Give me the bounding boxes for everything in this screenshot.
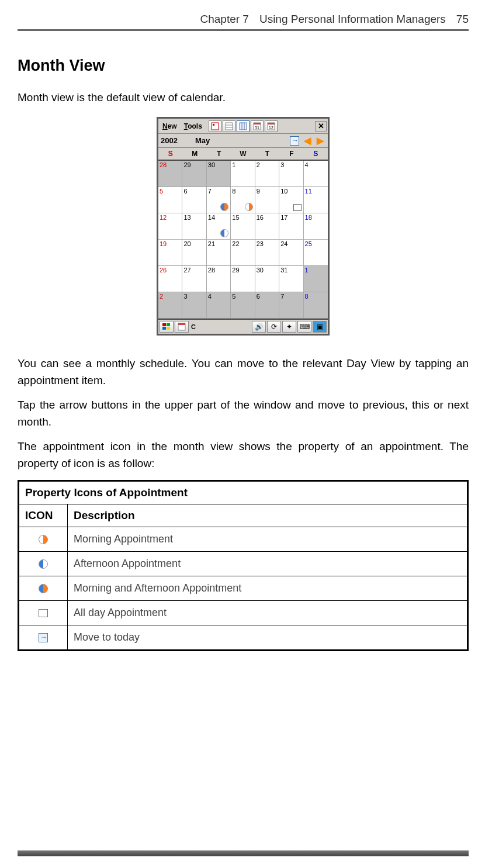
day-number: 3: [183, 293, 187, 300]
day-of-week-row: SMTWTFS: [158, 148, 328, 161]
view-day-icon[interactable]: [223, 120, 235, 132]
calendar-day-cell[interactable]: 28: [158, 161, 182, 187]
svg-rect-2: [226, 123, 233, 130]
calendar-day-cell[interactable]: 3: [182, 292, 206, 319]
taskbar-net-icon[interactable]: ✦: [282, 321, 296, 333]
calendar-day-cell[interactable]: 2: [158, 292, 182, 319]
icon-cell: [19, 576, 68, 601]
svg-rect-16: [162, 327, 166, 330]
calendar-day-cell[interactable]: 15: [231, 213, 255, 240]
allday-icon: [39, 609, 48, 617]
svg-rect-9: [254, 123, 261, 125]
calendar-day-cell[interactable]: 12: [158, 213, 182, 240]
next-month-icon[interactable]: ▶: [315, 136, 325, 146]
view-month-icon[interactable]: 31: [251, 120, 264, 132]
calendar-day-cell[interactable]: 29: [182, 161, 206, 187]
dow-header: T: [255, 148, 279, 160]
menu-tools[interactable]: Tools: [181, 121, 205, 132]
view-list-icon[interactable]: 12: [265, 120, 278, 132]
month-label[interactable]: May: [195, 136, 210, 145]
calendar-day-cell[interactable]: 7: [207, 187, 231, 213]
taskbar-keyboard-icon[interactable]: ⌨: [297, 321, 311, 333]
para-1: You can see a monthly schedule. You can …: [18, 355, 469, 389]
calendar-day-cell[interactable]: 27: [182, 266, 206, 292]
year-label[interactable]: 2002: [161, 136, 178, 145]
day-number: 25: [305, 240, 312, 247]
calendar-day-cell[interactable]: 5: [158, 187, 182, 213]
calendar-day-cell[interactable]: 2: [255, 161, 279, 187]
afternoon-icon: [39, 559, 48, 569]
calendar-day-cell[interactable]: 14: [207, 213, 231, 240]
dow-header: S: [304, 148, 328, 160]
calendar-day-cell[interactable]: 23: [255, 240, 279, 266]
day-number: 19: [160, 240, 167, 247]
day-number: 8: [232, 188, 235, 195]
both-icon: [220, 203, 228, 211]
calendar-day-cell[interactable]: 8: [231, 187, 255, 213]
calendar-day-cell[interactable]: 13: [182, 213, 206, 240]
taskbar-sound-icon[interactable]: 🔊: [252, 321, 266, 333]
desc-cell: Move to today: [68, 625, 468, 651]
morning-icon: [39, 535, 48, 544]
day-number: 7: [280, 293, 284, 300]
prev-month-icon[interactable]: ◀: [302, 136, 313, 146]
calendar-day-cell[interactable]: 7: [279, 292, 303, 319]
taskbar-calendar-icon[interactable]: [175, 321, 189, 333]
close-icon[interactable]: ✕: [315, 121, 327, 132]
svg-rect-1: [213, 124, 214, 126]
property-icons-table: Property Icons of Appointment ICON Descr…: [18, 480, 469, 651]
page-footer-bar: [18, 850, 469, 856]
view-week-icon[interactable]: [237, 120, 250, 132]
calendar-day-cell[interactable]: 29: [231, 266, 255, 292]
calendar-day-cell[interactable]: 5: [231, 292, 255, 319]
svg-text:12: 12: [269, 126, 273, 130]
col-icon-header: ICON: [19, 504, 68, 527]
calendar-day-cell[interactable]: 28: [207, 266, 231, 292]
svg-rect-17: [167, 327, 170, 330]
calendar-day-cell[interactable]: 6: [255, 292, 279, 319]
desc-cell: All day Appointment: [68, 601, 468, 625]
calendar-day-cell[interactable]: 6: [182, 187, 206, 213]
calendar-day-cell[interactable]: 4: [207, 292, 231, 319]
calendar-day-cell[interactable]: 30: [255, 266, 279, 292]
calendar-day-cell[interactable]: 4: [304, 161, 328, 187]
calendar-day-cell[interactable]: 10: [279, 187, 303, 213]
taskbar-desktop-icon[interactable]: ▣: [313, 321, 327, 333]
calendar-day-cell[interactable]: 31: [279, 266, 303, 292]
calendar-grid: 2829301234567891011121314151617181920212…: [158, 161, 328, 319]
calendar-day-cell[interactable]: 1: [304, 266, 328, 292]
calendar-day-cell[interactable]: 18: [304, 213, 328, 240]
calendar-day-cell[interactable]: 8: [304, 292, 328, 319]
desc-cell: Afternoon Appointment: [68, 552, 468, 576]
calendar-day-cell[interactable]: 25: [304, 240, 328, 266]
day-number: 21: [208, 240, 215, 247]
menu-new[interactable]: New: [160, 121, 180, 132]
calendar-day-cell[interactable]: 19: [158, 240, 182, 266]
dow-header: M: [182, 148, 206, 160]
calendar-day-cell[interactable]: 21: [207, 240, 231, 266]
goto-today-icon[interactable]: [289, 136, 300, 146]
view-agenda-icon[interactable]: [209, 120, 221, 132]
calendar-day-cell[interactable]: 9: [255, 187, 279, 213]
day-number: 30: [208, 161, 215, 168]
calendar-day-cell[interactable]: 3: [279, 161, 303, 187]
icon-cell: [19, 527, 68, 552]
calendar-day-cell[interactable]: 30: [207, 161, 231, 187]
calendar-day-cell[interactable]: 1: [231, 161, 255, 187]
day-number: 6: [257, 293, 260, 300]
dow-header: S: [158, 148, 182, 160]
taskbar-sync-icon[interactable]: ⟳: [267, 321, 281, 333]
calendar-day-cell[interactable]: 22: [231, 240, 255, 266]
calendar-day-cell[interactable]: 24: [279, 240, 303, 266]
day-number: 28: [160, 161, 167, 168]
calendar-day-cell[interactable]: 17: [279, 213, 303, 240]
chapter-title: Using Personal Information Managers: [259, 13, 446, 26]
calendar-day-cell[interactable]: 26: [158, 266, 182, 292]
afternoon-icon: [220, 229, 228, 237]
calendar-day-cell[interactable]: 16: [255, 213, 279, 240]
calendar-day-cell[interactable]: 11: [304, 187, 328, 213]
calendar-day-cell[interactable]: 20: [182, 240, 206, 266]
day-number: 4: [208, 293, 212, 300]
day-number: 23: [257, 240, 264, 247]
start-icon[interactable]: [160, 321, 174, 333]
